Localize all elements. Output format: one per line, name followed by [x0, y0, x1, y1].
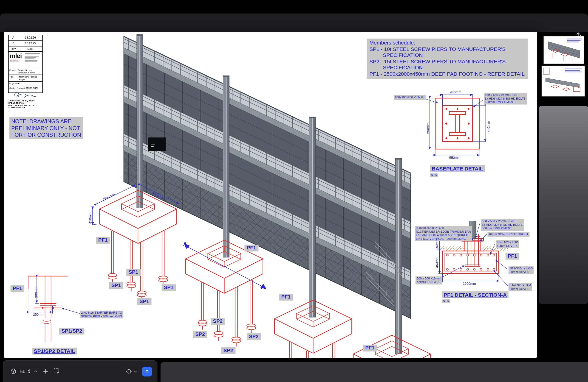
- starter-bars-callout: 2.No N16 STARTER BARS TOSCREW PIER - 300…: [80, 310, 123, 318]
- pf1-tag: PF1: [279, 294, 293, 300]
- ligs-callout: N12-300cts LIGS60mm COVER: [508, 266, 534, 274]
- sp-tag: SP1/SP2: [59, 328, 84, 335]
- rev-table-row: A18.02.26: [8, 35, 43, 40]
- detail-title: BASEPLATE DETAIL: [430, 165, 485, 172]
- plinth-callout: 900x900x200 PLINTH: [394, 95, 425, 100]
- page-thumbnail-1[interactable]: [544, 36, 584, 64]
- thumbnail-preview: [542, 66, 585, 96]
- certification-text: J BRICKNELL RPEQ 31285 CPENG MIEAust MLE…: [8, 100, 37, 109]
- sp1-tag: SP1: [162, 284, 176, 291]
- upload-button[interactable]: [142, 367, 152, 376]
- sp1-tag: SP1: [109, 282, 123, 289]
- screen-opening: [148, 137, 166, 151]
- app-toolbar: Build: [3, 361, 158, 382]
- sp2-tag: SP2: [211, 318, 225, 325]
- plinth-reo-callout: 900x900x200 PLINTHN12 PERIMETER EDGE TRI…: [415, 226, 472, 241]
- pf1-tag: PF1: [11, 285, 24, 292]
- sp2-tag: SP2: [221, 347, 235, 354]
- plate-callout: 550 x 550 x 25mm PLATE8x HDG M24 8.8/S H…: [481, 219, 524, 230]
- quicklook-titlebar: 25538 - Southport Sharks - Preliminary F…: [0, 14, 588, 32]
- members-schedule: Members schedule: SP1 - 10t STEEL SCREW …: [367, 38, 528, 79]
- top-bars-callout: 8.No N20s TOP60mm COVER: [496, 240, 519, 248]
- dim-label: 550mm: [426, 122, 430, 134]
- sp1-tag: SP1: [126, 269, 140, 276]
- company-logo: mlei: [10, 53, 23, 59]
- sp1-tag: SP1: [137, 298, 151, 305]
- add-icon[interactable]: [43, 369, 48, 374]
- project-block: Project:Replay ScreenSouthport Sharks Ti…: [8, 68, 43, 82]
- screen: 25538 - Southport Sharks - Preliminary F…: [0, 0, 588, 382]
- thumbnail-preview: [544, 36, 584, 64]
- rev-table-row: RevDate: [8, 46, 43, 52]
- screen-structure: [124, 34, 411, 354]
- dim-label: 150mm: [435, 239, 439, 250]
- baseplate-detail-drawing: [422, 94, 486, 156]
- grout-callout: 40mm NON-SHRINK GROUT: [487, 232, 529, 237]
- dim-label: 450mm: [88, 212, 92, 224]
- chevron-down-icon: [133, 370, 137, 373]
- dim-label: 440mm: [450, 90, 461, 94]
- anchor-plate-callout: 500 x 500 x16mmANCHOR PLATE: [416, 276, 442, 284]
- background-app-surface: [539, 106, 588, 304]
- cube-icon: [10, 368, 17, 375]
- company-address-lines: [24, 52, 42, 68]
- plate-callout: 550 x 550 x 25mm PLATE8x HDG M24 8.8/S H…: [484, 93, 527, 104]
- dim-label: 200mm: [34, 286, 38, 298]
- page-thumbnail-2[interactable]: [542, 66, 585, 97]
- arrow-up-icon: [144, 368, 150, 374]
- detail-title: PF1 DETAIL - SECTION-A: [442, 291, 508, 298]
- background-app-bar: [161, 362, 588, 382]
- footing-pf1-3: [274, 300, 352, 358]
- sp2-tag: SP2: [247, 333, 261, 340]
- preliminary-note: NOTE: DRAWINGS AREPRELIMINARY ONLY - NOT…: [9, 117, 83, 139]
- signature-scribble: [14, 92, 36, 97]
- drawing-canvas: [4, 32, 537, 358]
- title-block: A18.02.26 017.12.25 RevDate mlei CONSULT…: [8, 35, 43, 93]
- engineer-block: Engineer:JB Sketch Number:25538-SK01-02: [8, 82, 43, 93]
- dim-label: 250mm: [33, 313, 44, 316]
- build-label: Build: [20, 369, 30, 374]
- dim-label: 2000mm: [463, 282, 476, 286]
- focus-target-button[interactable]: [126, 368, 137, 375]
- pf1-tag: PF1: [505, 253, 519, 260]
- build-button[interactable]: Build: [10, 368, 38, 375]
- section-marker-a: A: [261, 284, 265, 290]
- rev-table-row: 017.12.25: [8, 40, 43, 46]
- pf1-tag: PF1: [96, 237, 110, 243]
- company-logo-subtext: CONSULTING ENGINEERS: [10, 60, 23, 63]
- detail-title: SP1/SP2 DETAIL: [32, 348, 77, 354]
- scale-label: NTS: [430, 173, 438, 177]
- scale-label: NTS: [442, 299, 450, 303]
- chevron-up-icon: [33, 370, 38, 373]
- section-marker-a: A: [183, 241, 187, 247]
- pf1-tag: PF1: [244, 245, 258, 251]
- marquee-select-icon[interactable]: [53, 368, 61, 375]
- pdf-page: A18.02.26 017.12.25 RevDate mlei CONSULT…: [4, 32, 537, 358]
- dim-label: 450mm: [435, 256, 439, 268]
- target-icon: [126, 368, 132, 375]
- dim-label: 440mm: [487, 121, 490, 132]
- bottom-bars-callout: 8.No N20s BTM60mm COVER: [508, 283, 532, 291]
- company-logo-block: mlei CONSULTING ENGINEERS: [8, 52, 43, 68]
- dim-label: 550mm: [449, 156, 461, 159]
- sp2-tag: SP2: [193, 331, 207, 338]
- pf1-tag: PF1: [363, 344, 377, 351]
